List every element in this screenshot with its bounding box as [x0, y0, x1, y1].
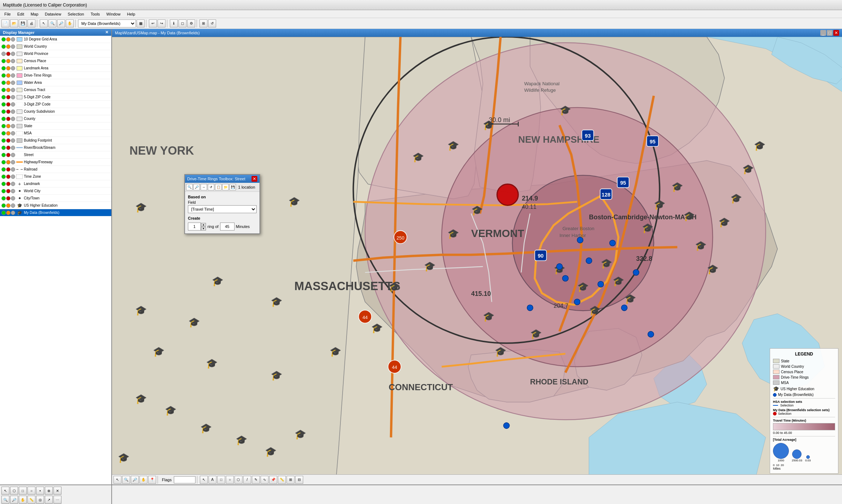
refresh-btn[interactable]: ↺	[208, 20, 216, 27]
select-btn[interactable]: ◻	[179, 20, 186, 27]
menu-window[interactable]: Window	[103, 11, 123, 17]
layer-visibility-btn[interactable]	[1, 124, 6, 128]
layer-item-street[interactable]: Street	[0, 151, 111, 159]
layer-visibility-btn[interactable]	[1, 37, 6, 42]
layer-lock-btn[interactable]	[11, 37, 15, 42]
menu-selection[interactable]: Selection	[65, 11, 87, 17]
layer-lock-btn[interactable]	[11, 138, 15, 143]
layer-item-census-place[interactable]: Census Place	[0, 57, 111, 65]
layer-lock-btn[interactable]	[11, 73, 15, 78]
layer-active-btn[interactable]	[6, 109, 10, 114]
layer-active-btn[interactable]	[6, 52, 10, 56]
layer-lock-btn[interactable]	[11, 189, 15, 193]
dt-btn4[interactable]: ↺	[208, 184, 214, 190]
tool-route[interactable]: ↗	[45, 496, 53, 504]
layer-lock-btn[interactable]	[11, 146, 15, 150]
map-minimize-btn[interactable]: _	[820, 30, 826, 36]
layer-active-btn[interactable]	[6, 37, 10, 42]
layer-active-btn[interactable]	[6, 211, 10, 215]
map-tool-3[interactable]: 🔎	[131, 476, 139, 484]
layer-visibility-btn[interactable]	[1, 175, 6, 179]
layer-item-river-brook-stream[interactable]: River/Brook/Stream	[0, 144, 111, 151]
new-btn[interactable]: 📄	[1, 20, 9, 27]
layer-visibility-btn[interactable]	[1, 203, 6, 208]
map-draw-ellipse[interactable]: ○	[226, 476, 234, 484]
tool-circle-sel[interactable]: ○	[27, 487, 35, 495]
zoom-out-btn[interactable]: 🔎	[57, 20, 65, 27]
layer-visibility-btn[interactable]	[1, 146, 6, 150]
tool-buffer[interactable]: ◎	[36, 496, 44, 504]
pointer-btn[interactable]: ↖	[40, 20, 48, 27]
layer-lock-btn[interactable]	[11, 59, 15, 63]
layer-item-water-area[interactable]: Water Area	[0, 79, 111, 86]
dt-btn6[interactable]: 📁	[222, 184, 229, 190]
layer-item-city-town[interactable]: City/Town	[0, 195, 111, 202]
layer-item-highway-freeway[interactable]: Highway/Freeway	[0, 159, 111, 166]
settings-btn[interactable]: ⚙	[187, 20, 195, 27]
close-panel-btn[interactable]: ✕	[105, 30, 108, 35]
layer-visibility-btn[interactable]	[1, 138, 6, 143]
map-draw-curve[interactable]: ∿	[261, 476, 269, 484]
dt-btn2[interactable]: 🔎	[193, 184, 200, 190]
layer-visibility-btn[interactable]	[1, 102, 6, 107]
tool-point-sel[interactable]: •	[36, 487, 44, 495]
layer-visibility-btn[interactable]	[1, 189, 6, 193]
map-ruler[interactable]: 📏	[278, 476, 286, 484]
layer-visibility-btn[interactable]	[1, 153, 6, 157]
layer-item-world-country[interactable]: World Country	[0, 43, 111, 50]
tool-pan[interactable]: ✋	[19, 496, 27, 504]
layer-active-btn[interactable]	[6, 182, 10, 186]
layer-active-btn[interactable]	[6, 131, 10, 135]
layer-lock-btn[interactable]	[11, 175, 15, 179]
layer-item-3-digit-zip-code[interactable]: 3-Digit ZIP Code	[0, 101, 111, 108]
menu-edit[interactable]: Edit	[14, 11, 27, 17]
ring-count-down[interactable]: ▼	[201, 227, 206, 231]
layer-lock-btn[interactable]	[11, 95, 15, 99]
layer-active-btn[interactable]	[6, 59, 10, 63]
map-tool-2[interactable]: 🔍	[122, 476, 130, 484]
layer-lock-btn[interactable]	[11, 117, 15, 121]
layer-item-landmark-area[interactable]: Landmark Area	[0, 65, 111, 72]
layer-lock-btn[interactable]	[11, 211, 15, 215]
dt-btn7[interactable]: 💾	[229, 184, 236, 190]
layer-visibility-btn[interactable]	[1, 160, 6, 164]
map-draw-rect[interactable]: □	[217, 476, 225, 484]
layer-lock-btn[interactable]	[11, 102, 15, 107]
layer-lock-btn[interactable]	[11, 131, 15, 135]
layer-lock-btn[interactable]	[11, 203, 15, 208]
menu-file[interactable]: File	[1, 11, 14, 17]
tool-lasso[interactable]: ⬡	[10, 487, 18, 495]
layer-active-btn[interactable]	[6, 138, 10, 143]
layer-item-world-province[interactable]: World Province	[0, 50, 111, 57]
layer-item-5-digit-zip-code[interactable]: 5-Digit ZIP Code	[0, 94, 111, 101]
layer-visibility-btn[interactable]	[1, 81, 6, 85]
layer-active-btn[interactable]	[6, 102, 10, 107]
tool-box-sel[interactable]: □	[19, 487, 27, 495]
layer-active-btn[interactable]	[6, 81, 10, 85]
identify-btn[interactable]: ℹ	[170, 20, 178, 27]
layer-visibility-btn[interactable]	[1, 73, 6, 78]
layer-item-building-footprint[interactable]: Building Footprint	[0, 137, 111, 144]
layer-active-btn[interactable]	[6, 153, 10, 157]
layer-lock-btn[interactable]	[11, 44, 15, 49]
layer-visibility-btn[interactable]	[1, 211, 6, 215]
layer-lock-btn[interactable]	[11, 182, 15, 186]
ring-count-spinner[interactable]: ▲ ▼	[201, 223, 206, 231]
layer-active-btn[interactable]	[6, 189, 10, 193]
tool-more[interactable]: ⋯	[53, 496, 61, 504]
layer-active-btn[interactable]	[6, 44, 10, 49]
layer-item-railroad[interactable]: Railroad	[0, 166, 111, 173]
layer-visibility-btn[interactable]	[1, 52, 6, 56]
ring-count-input[interactable]	[188, 223, 201, 231]
layer-item-county[interactable]: County	[0, 115, 111, 122]
map-draw-freehand[interactable]: ✎	[252, 476, 260, 484]
tool-unzoom[interactable]: 🔎	[10, 496, 18, 504]
layer-active-btn[interactable]	[6, 167, 10, 172]
zoom-extent-btn[interactable]: ⊞	[199, 20, 207, 27]
layer-item-world-city[interactable]: World City	[0, 188, 111, 195]
tool-clear[interactable]: ✕	[53, 487, 61, 495]
print-btn[interactable]: 🖨	[27, 20, 35, 27]
layer-active-btn[interactable]	[6, 95, 10, 99]
map-svg[interactable]: NEW YORK VERMONT MASSACHUSETTS NEW HAMPS…	[112, 37, 842, 484]
layer-select[interactable]: My Data (Brownfields)	[78, 20, 136, 27]
